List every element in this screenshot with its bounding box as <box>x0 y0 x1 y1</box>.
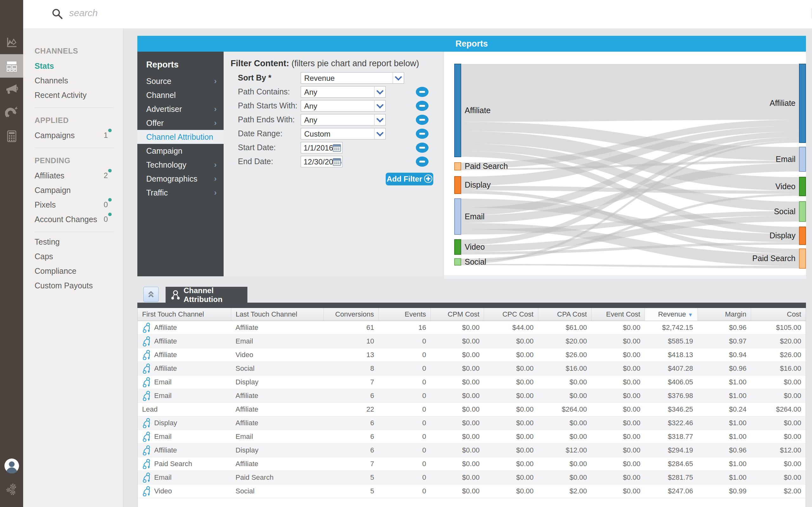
column-header-cpm-cost[interactable]: CPM Cost <box>431 308 484 321</box>
remove-filter-button[interactable] <box>416 129 428 139</box>
add-filter-button[interactable]: Add Filter <box>386 173 433 185</box>
column-header-cpc-cost[interactable]: CPC Cost <box>484 308 538 321</box>
submenu-item-offer[interactable]: Offer› <box>137 116 223 130</box>
cell-first-touch-channel: Display <box>138 416 231 430</box>
filter-control: Any <box>301 114 386 125</box>
sankey-node-l_email[interactable] <box>455 199 461 234</box>
sidebar-item-custom-payouts[interactable]: Custom Payouts <box>23 278 123 293</box>
cell-events: 0 <box>378 471 430 485</box>
sankey-node-r_paid_search[interactable] <box>799 249 806 268</box>
remove-filter-button[interactable] <box>416 101 428 111</box>
sidebar-item-label: Channels <box>35 76 68 85</box>
sankey-link-affiliate-to-affiliate[interactable] <box>461 64 799 122</box>
submenu-item-channel-attribution[interactable]: Channel Attribution <box>137 130 223 144</box>
sidebar-item-affiliates[interactable]: Affiliates2 <box>23 168 123 183</box>
tab-channel-attribution[interactable]: Channel Attribution <box>165 287 247 303</box>
submenu-item-channel[interactable]: Channel <box>137 88 223 102</box>
column-header-first-touch-channel[interactable]: First Touch Channel <box>138 308 231 321</box>
date-input[interactable]: 1/1/2016 <box>301 142 343 153</box>
column-header-events[interactable]: Events <box>378 308 430 321</box>
sidebar-item-channels[interactable]: Channels <box>23 73 123 88</box>
sidebar-item-compliance[interactable]: Compliance <box>23 264 123 278</box>
sankey-node-r_email[interactable] <box>799 147 806 171</box>
cell-cpc-cost: $0.00 <box>484 471 538 485</box>
sankey-node-r_video[interactable] <box>799 177 806 196</box>
table-row[interactable]: AffiliateDisplay60$0.00$0.00$12.00$0.00$… <box>138 444 806 457</box>
sidebar-item-recent-activity[interactable]: Recent Activity <box>23 88 123 102</box>
rail-item-account[interactable] <box>0 454 23 477</box>
select-filter[interactable]: Custom <box>301 128 386 139</box>
table-row[interactable]: DisplayAffiliate60$0.00$0.00$0.00$0.00$3… <box>138 416 806 430</box>
cell-last-touch-channel: Display <box>231 444 324 457</box>
cell-last-touch-channel: Email <box>231 430 324 444</box>
select-filter[interactable]: Any <box>301 100 386 112</box>
table-row[interactable]: EmailDisplay70$0.00$0.00$0.00$0.00$406.0… <box>138 376 806 389</box>
remove-filter-button[interactable] <box>416 143 428 153</box>
cell-cpc-cost: $0.00 <box>484 335 538 348</box>
submenu-item-source[interactable]: Source› <box>137 74 223 88</box>
submenu-item-campaign[interactable]: Campaign <box>137 144 223 158</box>
remove-filter-button[interactable] <box>416 157 428 167</box>
table-row[interactable]: Paid SearchAffiliate70$0.00$0.00$0.00$0.… <box>138 457 806 471</box>
cell-first-touch-channel: Email <box>138 430 231 444</box>
submenu-item-advertiser[interactable]: Advertiser› <box>137 102 223 116</box>
submenu-item-technology[interactable]: Technology› <box>137 158 223 172</box>
table-row[interactable]: EmailEmail60$0.00$0.00$0.00$0.00$318.77$… <box>138 430 806 444</box>
cell-cpc-cost: $0.00 <box>484 416 538 430</box>
select-sort-by[interactable]: Revenue <box>301 72 404 83</box>
submenu-item-traffic[interactable]: Traffic› <box>137 186 223 200</box>
sidebar-item-stats[interactable]: Stats <box>23 59 123 73</box>
rail-item-calculator[interactable] <box>0 124 23 148</box>
sankey-node-l_paid_search[interactable] <box>455 163 461 170</box>
sankey-node-r_display[interactable] <box>799 227 806 245</box>
rail-item-reports[interactable] <box>0 31 23 54</box>
submenu-item-demographics[interactable]: Demographics› <box>137 172 223 186</box>
select-filter[interactable]: Any <box>301 86 386 98</box>
add-filter-label: Add Filter <box>387 175 422 183</box>
remove-filter-button[interactable] <box>416 115 428 125</box>
sidebar-item-testing[interactable]: Testing <box>23 234 123 249</box>
submenu-item-label: Advertiser <box>146 105 182 113</box>
table-row[interactable]: AffiliateSocial80$0.00$0.00$16.00$0.00$4… <box>138 362 806 376</box>
remove-filter-button[interactable] <box>416 87 428 97</box>
sankey-node-r_affiliate[interactable] <box>799 64 806 143</box>
sidebar-item-account-changes[interactable]: Account Changes0 <box>23 212 123 227</box>
sidebar-item-pixels[interactable]: Pixels0 <box>23 198 123 212</box>
column-header-margin[interactable]: Margin <box>698 308 751 321</box>
rail-item-announcements[interactable] <box>0 78 23 101</box>
sankey-node-l_display[interactable] <box>455 176 461 193</box>
table-row[interactable]: AffiliateAffiliate6116$0.00$44.00$61.00$… <box>138 321 806 335</box>
path-icon <box>142 350 151 360</box>
table-row[interactable]: AffiliateVideo130$0.00$0.00$26.00$0.00$4… <box>138 348 806 362</box>
column-header-last-touch-channel[interactable]: Last Touch Channel <box>231 308 324 321</box>
select-filter[interactable]: Any <box>301 114 386 125</box>
table-row[interactable]: EmailAffiliate60$0.00$0.00$0.00$0.00$376… <box>138 389 806 403</box>
column-header-cost[interactable]: Cost <box>751 308 806 321</box>
sankey-label-r_display: Display <box>769 231 796 240</box>
table-row[interactable]: LeadAffiliate220$0.00$0.00$264.00$0.00$3… <box>138 403 806 416</box>
column-header-revenue[interactable]: Revenue▼ <box>645 308 698 321</box>
collapse-table-button[interactable] <box>143 287 159 302</box>
rail-item-dashboard[interactable] <box>0 54 23 78</box>
search-input[interactable]: search <box>69 8 98 18</box>
sidebar-item-caps[interactable]: Caps <box>23 249 123 264</box>
cell-cpc-cost: $0.00 <box>484 403 538 416</box>
rail-item-magnet[interactable] <box>0 101 23 124</box>
sankey-node-l_social[interactable] <box>455 259 461 265</box>
date-input[interactable]: 12/30/2016 <box>301 156 343 167</box>
table-row[interactable]: VideoSocial50$0.00$0.00$2.00$0.00$247.06… <box>138 485 806 498</box>
table-row[interactable]: AffiliateEmail100$0.00$0.00$20.00$0.00$5… <box>138 335 806 348</box>
column-header-conversions[interactable]: Conversions <box>324 308 379 321</box>
sankey-node-r_social[interactable] <box>799 202 806 222</box>
sidebar-item-campaign[interactable]: Campaign <box>23 183 123 198</box>
cell-cpm-cost: $0.00 <box>431 416 484 430</box>
search-icon[interactable] <box>51 8 64 20</box>
column-header-cpa-cost[interactable]: CPA Cost <box>538 308 591 321</box>
sidebar-item-campaigns[interactable]: Campaigns1 <box>23 128 123 143</box>
sankey-node-l_video[interactable] <box>455 239 461 255</box>
rail-item-settings[interactable] <box>0 478 23 501</box>
sankey-node-l_affiliate[interactable] <box>455 64 461 157</box>
column-header-event-cost[interactable]: Event Cost <box>592 308 645 321</box>
table-row[interactable]: EmailPaid Search50$0.00$0.00$0.00$0.00$2… <box>138 471 806 485</box>
cell-event-cost: $0.00 <box>592 389 645 403</box>
